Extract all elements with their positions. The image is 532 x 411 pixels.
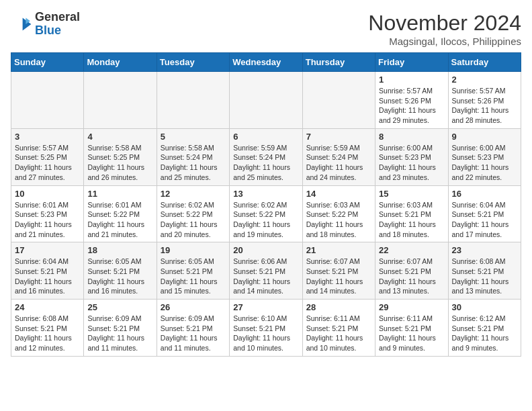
weekday-header: Thursday — [302, 53, 375, 72]
calendar-week-row: 3Sunrise: 5:57 AM Sunset: 5:25 PM Daylig… — [11, 128, 521, 185]
day-number: 28 — [306, 302, 371, 312]
day-number: 24 — [15, 302, 80, 312]
calendar-day: 12Sunrise: 6:02 AM Sunset: 5:22 PM Dayli… — [157, 185, 229, 242]
logo: General Blue — [11, 11, 80, 38]
calendar-day: 15Sunrise: 6:03 AM Sunset: 5:21 PM Dayli… — [375, 185, 448, 242]
day-info: Sunrise: 6:00 AM Sunset: 5:23 PM Dayligh… — [379, 143, 444, 183]
calendar-day: 19Sunrise: 6:05 AM Sunset: 5:21 PM Dayli… — [157, 242, 229, 300]
calendar-day: 22Sunrise: 6:07 AM Sunset: 5:21 PM Dayli… — [375, 242, 448, 300]
day-info: Sunrise: 5:57 AM Sunset: 5:26 PM Dayligh… — [452, 86, 517, 126]
weekday-header: Friday — [375, 53, 448, 72]
calendar-day: 3Sunrise: 5:57 AM Sunset: 5:25 PM Daylig… — [11, 128, 84, 185]
calendar-table: SundayMondayTuesdayWednesdayThursdayFrid… — [11, 52, 521, 357]
day-info: Sunrise: 6:11 AM Sunset: 5:21 PM Dayligh… — [306, 314, 371, 353]
calendar-day: 5Sunrise: 5:58 AM Sunset: 5:24 PM Daylig… — [157, 128, 229, 185]
calendar-day — [230, 72, 302, 129]
day-info: Sunrise: 5:57 AM Sunset: 5:25 PM Dayligh… — [15, 143, 80, 183]
day-number: 19 — [161, 245, 226, 255]
day-info: Sunrise: 6:04 AM Sunset: 5:21 PM Dayligh… — [452, 200, 517, 240]
day-number: 14 — [306, 189, 371, 199]
calendar-day: 29Sunrise: 6:11 AM Sunset: 5:21 PM Dayli… — [375, 300, 448, 357]
day-info: Sunrise: 6:06 AM Sunset: 5:21 PM Dayligh… — [233, 257, 298, 296]
day-number: 11 — [87, 189, 152, 199]
calendar-day: 13Sunrise: 6:02 AM Sunset: 5:22 PM Dayli… — [230, 185, 302, 242]
day-number: 1 — [379, 75, 444, 85]
logo-blue: Blue — [35, 24, 61, 37]
calendar-week-row: 17Sunrise: 6:04 AM Sunset: 5:21 PM Dayli… — [11, 242, 521, 300]
day-number: 18 — [87, 245, 152, 255]
day-info: Sunrise: 6:10 AM Sunset: 5:21 PM Dayligh… — [233, 314, 298, 353]
day-info: Sunrise: 6:03 AM Sunset: 5:22 PM Dayligh… — [306, 200, 371, 240]
day-number: 4 — [87, 132, 152, 142]
weekday-header: Tuesday — [157, 53, 229, 72]
day-number: 25 — [87, 302, 152, 312]
calendar-day: 24Sunrise: 6:08 AM Sunset: 5:21 PM Dayli… — [11, 300, 84, 357]
day-info: Sunrise: 6:01 AM Sunset: 5:23 PM Dayligh… — [15, 200, 80, 240]
weekday-header: Saturday — [448, 53, 521, 72]
day-number: 23 — [452, 245, 517, 255]
weekday-header: Monday — [84, 53, 157, 72]
day-info: Sunrise: 6:04 AM Sunset: 5:21 PM Dayligh… — [15, 257, 80, 296]
day-info: Sunrise: 5:58 AM Sunset: 5:24 PM Dayligh… — [161, 143, 226, 183]
calendar-day — [11, 72, 84, 129]
calendar-day: 26Sunrise: 6:09 AM Sunset: 5:21 PM Dayli… — [157, 300, 229, 357]
calendar-day — [157, 72, 229, 129]
calendar-day: 6Sunrise: 5:59 AM Sunset: 5:24 PM Daylig… — [230, 128, 302, 185]
page-header: General Blue November 2024 Magsingal, Il… — [11, 11, 521, 47]
day-info: Sunrise: 6:12 AM Sunset: 5:21 PM Dayligh… — [452, 314, 517, 353]
day-info: Sunrise: 6:09 AM Sunset: 5:21 PM Dayligh… — [161, 314, 226, 353]
day-number: 26 — [161, 302, 226, 312]
calendar-day: 30Sunrise: 6:12 AM Sunset: 5:21 PM Dayli… — [448, 300, 521, 357]
day-info: Sunrise: 6:00 AM Sunset: 5:23 PM Dayligh… — [452, 143, 517, 183]
calendar-day: 10Sunrise: 6:01 AM Sunset: 5:23 PM Dayli… — [11, 185, 84, 242]
day-number: 30 — [452, 302, 517, 312]
calendar-day: 4Sunrise: 5:58 AM Sunset: 5:25 PM Daylig… — [84, 128, 157, 185]
day-number: 15 — [379, 189, 444, 199]
calendar-day: 9Sunrise: 6:00 AM Sunset: 5:23 PM Daylig… — [448, 128, 521, 185]
day-number: 7 — [306, 132, 371, 142]
logo-general: General — [35, 10, 80, 24]
day-info: Sunrise: 6:02 AM Sunset: 5:22 PM Dayligh… — [233, 200, 298, 240]
day-number: 22 — [379, 245, 444, 255]
calendar-week-row: 10Sunrise: 6:01 AM Sunset: 5:23 PM Dayli… — [11, 185, 521, 242]
weekday-header-row: SundayMondayTuesdayWednesdayThursdayFrid… — [11, 53, 521, 72]
day-number: 6 — [233, 132, 298, 142]
day-number: 20 — [233, 245, 298, 255]
calendar-day: 2Sunrise: 5:57 AM Sunset: 5:26 PM Daylig… — [448, 72, 521, 129]
day-info: Sunrise: 5:59 AM Sunset: 5:24 PM Dayligh… — [306, 143, 371, 183]
day-info: Sunrise: 6:03 AM Sunset: 5:21 PM Dayligh… — [379, 200, 444, 240]
calendar-day: 18Sunrise: 6:05 AM Sunset: 5:21 PM Dayli… — [84, 242, 157, 300]
calendar-week-row: 1Sunrise: 5:57 AM Sunset: 5:26 PM Daylig… — [11, 72, 521, 129]
day-info: Sunrise: 6:07 AM Sunset: 5:21 PM Dayligh… — [379, 257, 444, 296]
day-info: Sunrise: 6:08 AM Sunset: 5:21 PM Dayligh… — [15, 314, 80, 353]
day-number: 16 — [452, 189, 517, 199]
title-block: November 2024 Magsingal, Ilocos, Philipp… — [368, 11, 521, 47]
day-number: 5 — [161, 132, 226, 142]
calendar-day: 21Sunrise: 6:07 AM Sunset: 5:21 PM Dayli… — [302, 242, 375, 300]
day-info: Sunrise: 6:01 AM Sunset: 5:22 PM Dayligh… — [87, 200, 152, 240]
day-number: 2 — [452, 75, 517, 85]
day-info: Sunrise: 6:02 AM Sunset: 5:22 PM Dayligh… — [161, 200, 226, 240]
calendar-day: 23Sunrise: 6:08 AM Sunset: 5:21 PM Dayli… — [448, 242, 521, 300]
weekday-header: Sunday — [11, 53, 84, 72]
calendar-day — [84, 72, 157, 129]
calendar-day: 8Sunrise: 6:00 AM Sunset: 5:23 PM Daylig… — [375, 128, 448, 185]
day-number: 17 — [15, 245, 80, 255]
day-number: 8 — [379, 132, 444, 142]
day-number: 21 — [306, 245, 371, 255]
calendar-week-row: 24Sunrise: 6:08 AM Sunset: 5:21 PM Dayli… — [11, 300, 521, 357]
day-number: 27 — [233, 302, 298, 312]
day-info: Sunrise: 6:05 AM Sunset: 5:21 PM Dayligh… — [87, 257, 152, 296]
day-info: Sunrise: 6:08 AM Sunset: 5:21 PM Dayligh… — [452, 257, 517, 296]
calendar-day: 17Sunrise: 6:04 AM Sunset: 5:21 PM Dayli… — [11, 242, 84, 300]
day-info: Sunrise: 6:11 AM Sunset: 5:21 PM Dayligh… — [379, 314, 444, 353]
day-number: 12 — [161, 189, 226, 199]
calendar-day: 25Sunrise: 6:09 AM Sunset: 5:21 PM Dayli… — [84, 300, 157, 357]
calendar-day: 1Sunrise: 5:57 AM Sunset: 5:26 PM Daylig… — [375, 72, 448, 129]
calendar-day: 20Sunrise: 6:06 AM Sunset: 5:21 PM Dayli… — [230, 242, 302, 300]
day-number: 9 — [452, 132, 517, 142]
day-number: 29 — [379, 302, 444, 312]
calendar-day — [302, 72, 375, 129]
calendar-day: 27Sunrise: 6:10 AM Sunset: 5:21 PM Dayli… — [230, 300, 302, 357]
calendar-day: 28Sunrise: 6:11 AM Sunset: 5:21 PM Dayli… — [302, 300, 375, 357]
